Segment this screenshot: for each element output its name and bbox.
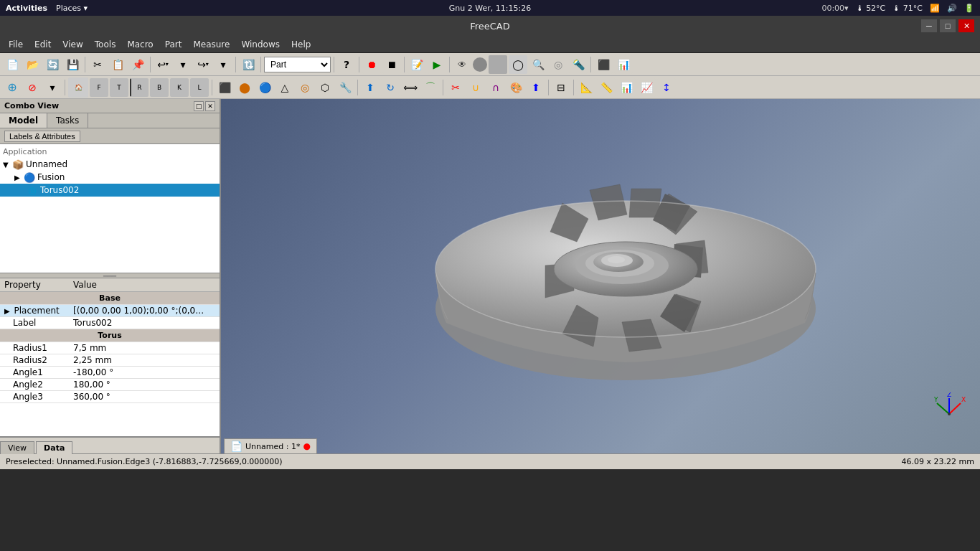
undo-button[interactable]: ↩▾ bbox=[154, 55, 172, 74]
bool-int-button[interactable]: ∩ bbox=[486, 78, 505, 97]
menu-part[interactable]: Part bbox=[159, 38, 188, 51]
separator-5 bbox=[334, 57, 334, 72]
sketch2-button[interactable]: 📏 bbox=[597, 78, 616, 97]
cylinder-button[interactable]: ⬤ bbox=[235, 78, 254, 97]
nav-top[interactable]: T bbox=[110, 78, 128, 97]
perspective-button[interactable]: 👁 bbox=[453, 55, 471, 74]
mirror-button[interactable]: ⟺ bbox=[401, 78, 420, 97]
prop-radius2-row[interactable]: Radius2 2,25 mm bbox=[0, 354, 220, 367]
menu-file[interactable]: File bbox=[3, 38, 29, 51]
stop-button[interactable]: ⏹ bbox=[382, 55, 401, 74]
tab-model[interactable]: Model bbox=[0, 113, 47, 128]
help-button[interactable]: ? bbox=[337, 55, 356, 74]
panel-divider[interactable]: ━━━ bbox=[0, 273, 220, 278]
section-button[interactable]: ⊟ bbox=[552, 78, 570, 97]
prop-angle2-row[interactable]: Angle2 180,00 ° bbox=[0, 379, 220, 391]
tab-data[interactable]: Data bbox=[36, 441, 72, 454]
prop-placement-row[interactable]: ▶ Placement [(0,00 0,00 1,00);0,00 °;(0,… bbox=[0, 305, 220, 317]
view6-button[interactable]: 🔦 bbox=[569, 55, 588, 74]
sketch1-button[interactable]: 📐 bbox=[577, 78, 595, 97]
menu-measure[interactable]: Measure bbox=[187, 38, 235, 51]
maximize-button[interactable]: □ bbox=[940, 19, 956, 32]
refresh-button[interactable]: 🔃 bbox=[239, 55, 258, 74]
tree-arrow-unnamed: ▼ bbox=[3, 161, 11, 169]
fillet-button[interactable]: ⌒ bbox=[421, 78, 440, 97]
forbid-drop[interactable]: ▾ bbox=[43, 78, 62, 97]
revolve-button[interactable]: ↻ bbox=[381, 78, 400, 97]
bool-fuse-button[interactable]: ∪ bbox=[466, 78, 485, 97]
create-button[interactable]: 🔧 bbox=[336, 78, 354, 97]
extrude-button[interactable]: ⬆ bbox=[361, 78, 380, 97]
sphere-button[interactable]: 🔵 bbox=[255, 78, 274, 97]
bool-cut-button[interactable]: ✂ bbox=[446, 78, 465, 97]
nav-right[interactable]: R bbox=[130, 78, 149, 97]
view1-button[interactable] bbox=[473, 57, 487, 72]
nav-front[interactable]: F bbox=[90, 78, 108, 97]
nav-bottom[interactable]: B bbox=[150, 78, 169, 97]
menu-view[interactable]: View bbox=[57, 38, 88, 51]
menu-macro[interactable]: Macro bbox=[121, 38, 159, 51]
prop-angle1-row[interactable]: Angle1 -180,00 ° bbox=[0, 367, 220, 379]
sketch4-button[interactable]: 📈 bbox=[637, 78, 656, 97]
prop-label-row[interactable]: Label Torus002 bbox=[0, 317, 220, 329]
more-button[interactable]: ⬆ bbox=[527, 78, 545, 97]
copy-button[interactable]: 📋 bbox=[108, 55, 127, 74]
tree-item-torus002[interactable]: ◎ Torus002 bbox=[0, 184, 220, 197]
svg-text:Z: Z bbox=[947, 392, 951, 398]
activities-btn[interactable]: Activities bbox=[6, 4, 47, 13]
viewport-tab-unnamed[interactable]: 📄 Unnamed : 1* ● bbox=[224, 438, 317, 453]
separator-6 bbox=[359, 57, 359, 72]
new-button[interactable]: 📄 bbox=[3, 55, 22, 74]
save-button[interactable]: 💾 bbox=[63, 55, 82, 74]
macro-edit-button[interactable]: 📝 bbox=[407, 55, 426, 74]
3d-viewport[interactable]: X Y Z 📄 Unnamed : 1* ● bbox=[221, 99, 980, 453]
menu-windows[interactable]: Windows bbox=[235, 38, 286, 51]
prop-angle3-row[interactable]: Angle3 360,00 ° bbox=[0, 391, 220, 403]
view7-button[interactable]: ⬛ bbox=[594, 55, 613, 74]
combo-float-btn[interactable]: □ bbox=[194, 101, 204, 111]
view4-button[interactable]: 🔍 bbox=[529, 55, 547, 74]
revert-button[interactable]: 🔄 bbox=[43, 55, 62, 74]
paste-button[interactable]: 📌 bbox=[128, 55, 147, 74]
tab-tasks[interactable]: Tasks bbox=[47, 113, 88, 128]
sketch5-button[interactable]: ↕ bbox=[657, 78, 676, 97]
nav-home[interactable]: 🏠 bbox=[68, 77, 88, 98]
menu-edit[interactable]: Edit bbox=[29, 38, 57, 51]
zoom-all-button[interactable]: ⊕ bbox=[3, 78, 22, 97]
close-button[interactable]: ✕ bbox=[958, 19, 974, 32]
redo-button[interactable]: ↪▾ bbox=[194, 55, 212, 74]
nav-left[interactable]: L bbox=[190, 78, 209, 97]
open-button[interactable]: 📂 bbox=[23, 55, 42, 74]
labels-attributes-btn[interactable]: Labels & Attributes bbox=[4, 131, 80, 142]
separator-t2-6 bbox=[573, 80, 574, 95]
tree-item-unnamed[interactable]: ▼ 📦 Unnamed bbox=[0, 158, 220, 171]
tab-view[interactable]: View bbox=[0, 441, 34, 454]
undo-drop[interactable]: ▾ bbox=[174, 55, 192, 74]
cut-button[interactable]: ✂ bbox=[88, 55, 107, 74]
minimize-button[interactable]: ─ bbox=[921, 19, 937, 32]
combo-close-btn[interactable]: ✕ bbox=[205, 101, 215, 111]
sketch3-button[interactable]: 📊 bbox=[617, 78, 636, 97]
redo-drop[interactable]: ▾ bbox=[214, 55, 232, 74]
vp-tab-close-btn[interactable]: ● bbox=[303, 441, 310, 451]
menu-help[interactable]: Help bbox=[286, 38, 316, 51]
menu-tools[interactable]: Tools bbox=[89, 38, 122, 51]
cone-button[interactable]: △ bbox=[275, 78, 294, 97]
record-button[interactable]: ⏺ bbox=[362, 55, 381, 74]
prop-radius1-row[interactable]: Radius1 7,5 mm bbox=[0, 342, 220, 354]
tree-item-fusion[interactable]: ▶ 🔵 Fusion bbox=[0, 171, 220, 184]
separator-4 bbox=[260, 57, 261, 72]
macro-run-button[interactable]: ▶ bbox=[428, 55, 446, 74]
view3-button[interactable]: ◯ bbox=[509, 55, 527, 74]
tube-button[interactable]: ⬡ bbox=[316, 78, 334, 97]
view2-button[interactable] bbox=[489, 55, 507, 74]
view5-button[interactable]: ◎ bbox=[549, 55, 567, 74]
box-button[interactable]: ⬛ bbox=[215, 78, 234, 97]
color-button[interactable]: 🎨 bbox=[507, 78, 525, 97]
places-btn[interactable]: Places ▾ bbox=[56, 4, 88, 13]
workbench-selector[interactable]: Part Part Design Sketcher bbox=[264, 57, 331, 72]
nav-back[interactable]: K bbox=[170, 78, 189, 97]
forbid-button[interactable]: ⊘ bbox=[23, 78, 42, 97]
view8-button[interactable]: 📊 bbox=[614, 55, 633, 74]
torus-button[interactable]: ◎ bbox=[296, 78, 314, 97]
